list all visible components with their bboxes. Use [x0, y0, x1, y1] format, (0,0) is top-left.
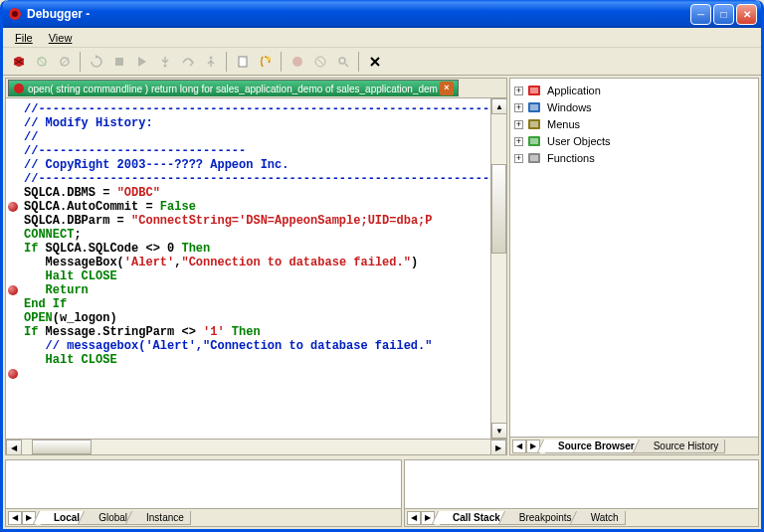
minimize-button[interactable]: ─ — [690, 4, 711, 25]
tree-label: Windows — [547, 101, 592, 113]
app-icon — [7, 6, 23, 22]
continue-button[interactable] — [130, 51, 153, 73]
tree-expand-icon[interactable]: + — [514, 120, 523, 129]
tab-nav-left[interactable]: ◀ — [512, 440, 526, 453]
tree-expand-icon[interactable]: + — [514, 137, 523, 146]
code-line[interactable]: If SQLCA.SQLCode <> 0 Then — [24, 242, 488, 256]
menu-icon — [527, 117, 543, 131]
code-line[interactable]: // — [24, 130, 488, 144]
tree-item-win[interactable]: +Windows — [514, 99, 754, 115]
menubar: File View — [3, 28, 761, 48]
uobj-icon — [527, 134, 543, 148]
svg-point-6 — [163, 64, 166, 67]
code-line[interactable]: End If — [24, 297, 488, 311]
tree-expand-icon[interactable]: + — [514, 87, 523, 95]
scroll-left-button[interactable]: ◀ — [6, 440, 22, 455]
code-line[interactable]: //----------------------------- — [24, 144, 488, 158]
svg-rect-17 — [530, 104, 538, 110]
code-editor[interactable]: //--------------------------------------… — [6, 98, 490, 439]
app-window: Debugger - ─ □ ✕ File View — [0, 0, 764, 532]
breakpoint-marker[interactable] — [8, 285, 18, 295]
right-panel-tabs: ◀ ▶ Source Browser Source History — [510, 437, 758, 454]
svg-rect-15 — [530, 88, 538, 93]
scroll-down-button[interactable]: ▼ — [491, 423, 506, 439]
variables-panel: ◀ ▶ Local Global Instance — [5, 459, 402, 527]
tab-breakpoints[interactable]: Breakpoints — [506, 511, 579, 525]
tree-label: Menus — [547, 118, 580, 130]
tree-expand-icon[interactable]: + — [514, 154, 523, 163]
code-line[interactable]: // CopyRight 2003----???? Appeon Inc. — [24, 158, 488, 172]
code-line[interactable]: SQLCA.DBMS = "ODBC" — [24, 186, 488, 200]
close-tool-button[interactable] — [363, 51, 386, 73]
tab-nav-left[interactable]: ◀ — [8, 511, 22, 525]
set-next-button[interactable] — [254, 51, 277, 73]
menu-file[interactable]: File — [7, 30, 41, 46]
start-debug-button[interactable] — [7, 51, 30, 73]
scroll-right-button[interactable]: ▶ — [490, 440, 506, 455]
menu-view[interactable]: View — [41, 30, 81, 46]
tree-body[interactable]: +Application+Windows+Menus+User Objects+… — [510, 79, 758, 437]
gutter[interactable] — [6, 98, 22, 423]
tree-item-menu[interactable]: +Menus — [514, 116, 754, 132]
detach-button[interactable] — [53, 51, 76, 73]
titlebar[interactable]: Debugger - ─ □ ✕ — [3, 0, 761, 28]
maximize-button[interactable]: □ — [713, 4, 734, 25]
toolbar-separator — [281, 52, 282, 72]
code-tab[interactable]: open( string commandline ) return long f… — [8, 80, 459, 96]
tab-instance[interactable]: Instance — [133, 511, 191, 525]
clear-breakpoints-button[interactable] — [308, 51, 331, 73]
code-line[interactable]: CONNECT; — [24, 228, 488, 242]
step-into-button[interactable] — [153, 51, 176, 73]
code-tabbar: open( string commandline ) return long f… — [6, 79, 506, 98]
stop-button[interactable] — [107, 51, 130, 73]
attach-button[interactable] — [30, 51, 53, 73]
tab-source-browser[interactable]: Source Browser — [545, 440, 642, 453]
code-line[interactable]: SQLCA.AutoCommit = False — [24, 200, 488, 214]
horizontal-scrollbar[interactable]: ◀ ▶ — [6, 439, 506, 454]
toggle-breakpoint-button[interactable] — [286, 51, 308, 73]
restart-button[interactable] — [85, 51, 107, 73]
scroll-up-button[interactable]: ▲ — [491, 98, 506, 114]
code-line[interactable]: Halt CLOSE — [24, 353, 488, 367]
tab-nav-left[interactable]: ◀ — [407, 511, 421, 525]
breakpoint-marker[interactable] — [8, 369, 18, 379]
tree-label: User Objects — [547, 135, 611, 147]
code-line[interactable]: Halt CLOSE — [24, 269, 488, 283]
code-line[interactable]: // Modify History: — [24, 116, 488, 130]
code-line[interactable]: If Message.StringParm <> '1' Then — [24, 325, 488, 339]
vertical-scrollbar[interactable]: ▲ ▼ — [490, 98, 506, 439]
main-area: open( string commandline ) return long f… — [3, 76, 761, 529]
svg-point-10 — [292, 57, 302, 67]
tree-label: Functions — [547, 152, 595, 164]
tab-close-icon[interactable]: × — [440, 82, 454, 95]
svg-point-13 — [14, 84, 24, 93]
tree-item-app[interactable]: +Application — [514, 83, 754, 98]
svg-rect-21 — [530, 138, 538, 144]
tree-item-uobj[interactable]: +User Objects — [514, 133, 754, 149]
tree-item-func[interactable]: +Functions — [514, 150, 754, 166]
scroll-thumb[interactable] — [32, 440, 92, 454]
window-title: Debugger - — [27, 7, 690, 21]
tab-call-stack[interactable]: Call Stack — [440, 511, 507, 525]
script-icon — [13, 83, 25, 94]
code-line[interactable]: MessageBox('Alert',"Connection to databa… — [24, 256, 488, 269]
code-line[interactable]: Return — [24, 283, 488, 297]
code-line[interactable]: SQLCA.DBParm = "ConnectString='DSN=Appeo… — [24, 214, 488, 228]
step-out-button[interactable] — [199, 51, 222, 73]
code-tab-label: open( string commandline ) return long f… — [28, 84, 438, 94]
code-line[interactable]: OPEN(w_logon) — [24, 311, 488, 325]
tree-expand-icon[interactable]: + — [514, 103, 523, 112]
breakpoint-marker[interactable] — [8, 202, 18, 212]
code-line[interactable]: //--------------------------------------… — [24, 172, 488, 186]
code-line[interactable]: // messagebox('Alert',"Connection to dat… — [24, 339, 488, 353]
step-over-button[interactable] — [176, 51, 199, 73]
close-button[interactable]: ✕ — [736, 4, 757, 25]
tab-watch[interactable]: Watch — [578, 511, 626, 525]
new-button[interactable] — [231, 51, 254, 73]
scroll-thumb[interactable] — [491, 164, 506, 254]
find-button[interactable] — [331, 51, 354, 73]
tab-source-history[interactable]: Source History — [641, 440, 726, 453]
app-icon — [527, 84, 543, 97]
svg-point-1 — [12, 11, 18, 17]
code-line[interactable]: //--------------------------------------… — [24, 102, 488, 116]
